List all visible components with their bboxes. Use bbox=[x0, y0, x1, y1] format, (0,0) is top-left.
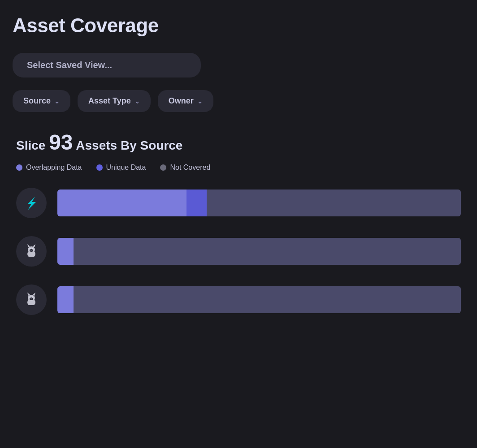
svg-point-8 bbox=[30, 250, 32, 251]
prisma-icon bbox=[22, 194, 40, 212]
bar-segment-not-covered bbox=[74, 238, 461, 265]
filter-asset-type-button[interactable]: Asset Type⌄ bbox=[78, 90, 151, 112]
legend-label: Not Covered bbox=[170, 164, 210, 172]
source-icon-2 bbox=[16, 236, 47, 267]
bar-row-2 bbox=[16, 236, 461, 267]
bar-segment-overlapping bbox=[57, 286, 74, 313]
bar-container-2 bbox=[57, 238, 461, 265]
svg-marker-0 bbox=[28, 197, 36, 210]
chart-suffix: Assets By Source bbox=[76, 138, 182, 152]
bar-segment-overlapping bbox=[57, 238, 74, 265]
bar-row-1 bbox=[16, 188, 461, 218]
bar-segment-not-covered bbox=[207, 190, 461, 216]
page-title: Asset Coverage bbox=[13, 14, 464, 37]
wolf-icon bbox=[22, 291, 40, 309]
bar-container-3 bbox=[57, 286, 461, 313]
svg-rect-18 bbox=[28, 305, 35, 307]
svg-point-15 bbox=[30, 297, 31, 298]
legend-label: Unique Data bbox=[106, 164, 146, 172]
chart-prefix: Slice bbox=[16, 138, 45, 152]
filter-asset-type-label: Asset Type bbox=[88, 96, 131, 106]
svg-point-16 bbox=[32, 297, 34, 298]
svg-point-17 bbox=[30, 298, 32, 299]
chevron-down-icon: ⌄ bbox=[54, 98, 60, 105]
bar-segment-overlapping bbox=[57, 190, 186, 216]
chart-section: Slice 93 Assets By Source Overlapping Da… bbox=[13, 130, 464, 315]
chart-legend: Overlapping DataUnique DataNot Covered bbox=[16, 164, 461, 172]
legend-dot bbox=[160, 164, 166, 171]
filter-source-button[interactable]: Source⌄ bbox=[13, 90, 70, 112]
bar-segment-unique bbox=[186, 190, 207, 216]
legend-item: Overlapping Data bbox=[16, 164, 82, 172]
legend-dot bbox=[16, 164, 22, 171]
chevron-down-icon: ⌄ bbox=[134, 98, 140, 105]
filter-bar: Source⌄Asset Type⌄Owner⌄ bbox=[13, 90, 464, 112]
svg-point-7 bbox=[32, 248, 34, 250]
chart-count: 93 bbox=[49, 130, 73, 154]
select-saved-view-dropdown[interactable]: Select Saved View... bbox=[13, 53, 201, 78]
source-icon-3 bbox=[16, 284, 47, 315]
bars-container bbox=[16, 188, 461, 315]
bar-row-3 bbox=[16, 284, 461, 315]
filter-owner-button[interactable]: Owner⌄ bbox=[158, 90, 213, 112]
legend-label: Overlapping Data bbox=[26, 164, 82, 172]
legend-dot bbox=[96, 164, 103, 171]
legend-item: Unique Data bbox=[96, 164, 146, 172]
source-icon-1 bbox=[16, 188, 47, 218]
chart-title: Slice 93 Assets By Source bbox=[16, 130, 461, 155]
svg-point-6 bbox=[30, 248, 31, 250]
wolf-icon bbox=[22, 242, 40, 260]
filter-source-label: Source bbox=[23, 96, 51, 106]
bar-segment-not-covered bbox=[74, 286, 461, 313]
legend-item: Not Covered bbox=[160, 164, 210, 172]
bar-container-1 bbox=[57, 190, 461, 216]
chevron-down-icon: ⌄ bbox=[197, 98, 203, 105]
svg-rect-9 bbox=[28, 257, 35, 258]
filter-owner-label: Owner bbox=[169, 96, 194, 106]
